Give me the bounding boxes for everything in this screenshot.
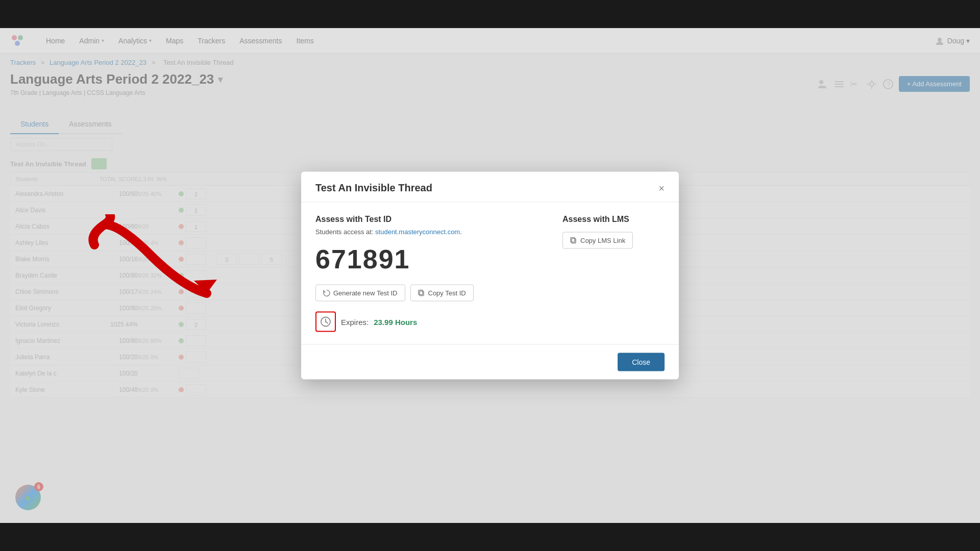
modal-close-button[interactable]: × (658, 183, 665, 193)
expiry-row: Expires: 23.99 Hours (315, 312, 532, 332)
test-id-display: 671891 (315, 244, 532, 274)
generate-new-test-id-button[interactable]: Generate new Test ID (315, 285, 405, 302)
modal-footer: Close (301, 344, 679, 380)
modal-title: Test An Invisible Thread (315, 182, 432, 194)
svg-line-18 (326, 322, 328, 323)
modal-body: Assess with Test ID Students access at: … (301, 203, 679, 344)
copy-lms-link-button[interactable]: Copy LMS Link (562, 232, 633, 249)
bottom-bar (0, 523, 980, 551)
clock-icon (320, 316, 331, 328)
close-modal-button[interactable]: Close (618, 353, 665, 371)
action-buttons: Generate new Test ID Copy Test ID (315, 285, 532, 302)
refresh-icon (323, 289, 330, 296)
copy-icon (418, 289, 425, 296)
modal: Test An Invisible Thread × Assess with T… (301, 172, 679, 380)
access-url: Students access at: student.masteryconne… (315, 228, 532, 236)
modal-right-section: Assess with LMS Copy LMS Link (562, 215, 665, 332)
lms-copy-icon (570, 237, 577, 244)
expires-label: Expires: (341, 317, 369, 326)
expiry-time: 23.99 Hours (374, 317, 417, 326)
access-url-link[interactable]: student.masteryconnect.com (375, 228, 460, 236)
modal-header: Test An Invisible Thread × (301, 172, 679, 203)
copy-test-id-button[interactable]: Copy Test ID (410, 285, 474, 302)
assess-with-test-id-heading: Assess with Test ID (315, 215, 532, 224)
top-bar (0, 0, 980, 28)
modal-left-section: Assess with Test ID Students access at: … (315, 215, 532, 332)
assess-with-lms-heading: Assess with LMS (562, 215, 665, 224)
expiry-icon-box (315, 312, 336, 332)
